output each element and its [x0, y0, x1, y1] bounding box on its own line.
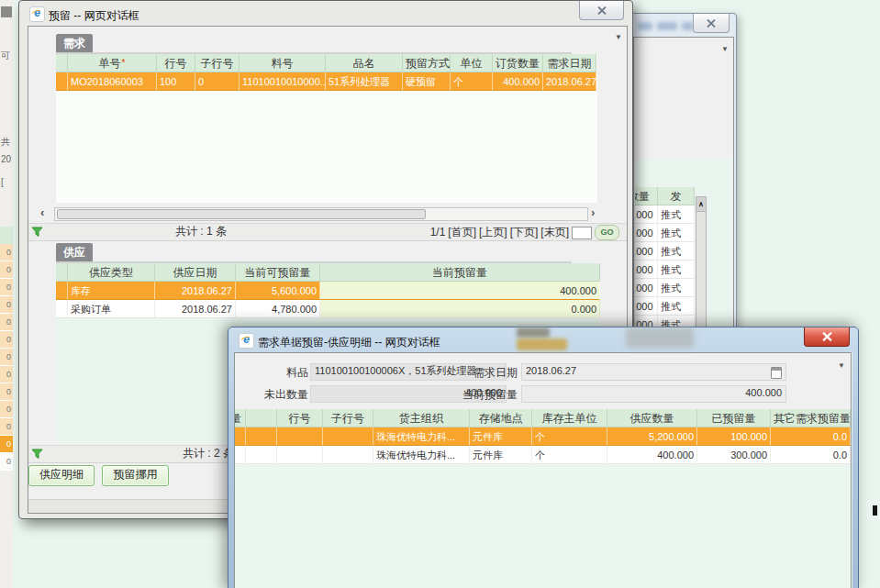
column-header[interactable]: 预留方式 [403, 54, 451, 72]
demand-date-label: 需求日期 [462, 365, 518, 381]
column-header[interactable]: 品名 [326, 54, 403, 72]
background-table-row: 0 [0, 261, 13, 279]
demand-date-field[interactable]: 2018.06.27 [521, 363, 786, 381]
column-header[interactable]: 单位 [451, 54, 493, 72]
background-fragment: 可 [1, 50, 10, 62]
required-marker: * [122, 58, 126, 68]
table-cell: 0.000 [320, 300, 600, 318]
column-header[interactable] [56, 263, 68, 282]
scrollbar-thumb[interactable] [57, 209, 426, 219]
column-header[interactable] [56, 54, 68, 72]
column-header[interactable]: 供应日期 [155, 263, 236, 282]
table-header-row: 量行号子行号货主组织存储地点库存主单位供应数量已预留量其它需求预留量 [235, 409, 851, 427]
close-icon[interactable] [693, 14, 730, 33]
table-row[interactable]: 1.000推式 [635, 261, 696, 279]
table-cell: 0 [195, 72, 239, 91]
column-header[interactable]: 货主组织 [373, 409, 470, 427]
table-row[interactable]: 1.000推式 [635, 242, 696, 261]
column-header[interactable]: 供应数量 [607, 409, 697, 427]
table-cell: 100.000 [697, 427, 771, 446]
table-row[interactable]: 采购订单2018.06.274,780.0000.000 [56, 300, 600, 318]
reservation-divert-button[interactable]: 预留挪用 [102, 465, 169, 486]
scroll-down-icon[interactable]: ▼ [615, 34, 622, 41]
column-header[interactable]: 已预留量 [697, 409, 771, 427]
table-header-row: 单号*行号子行号料号品名预留方式单位订货数量需求日期 [56, 54, 597, 72]
column-header[interactable]: 存储地点 [470, 409, 532, 427]
tab-supply[interactable]: 供应 [56, 243, 93, 261]
pagination-link[interactable]: [下页] [510, 225, 539, 240]
scroll-left-icon[interactable]: ‹ [40, 206, 44, 218]
table-cell [246, 427, 277, 446]
filter-funnel-icon[interactable] [31, 227, 43, 242]
table-row[interactable]: 1.000推式 [635, 224, 696, 242]
horizontal-scrollbar[interactable] [54, 207, 588, 221]
column-header[interactable]: 发 [658, 187, 695, 205]
scroll-down-icon[interactable]: ▼ [838, 362, 845, 370]
calendar-icon[interactable] [771, 367, 782, 379]
column-header[interactable]: 当前预留量 [320, 263, 600, 282]
table-cell: MO2018060003 [68, 72, 157, 91]
column-header[interactable]: 量 [235, 409, 246, 427]
column-header[interactable]: 当前可预留量 [236, 263, 320, 282]
column-header[interactable]: 其它需求预留量 [771, 409, 851, 427]
column-header[interactable]: 需求日期 [543, 54, 596, 72]
demand-date-value: 2018.06.27 [526, 365, 576, 376]
table-cell [56, 282, 68, 300]
background-table-row: 0 [0, 436, 13, 453]
pagination-link[interactable]: [末页] [540, 225, 569, 240]
column-header[interactable]: 行号 [157, 54, 195, 72]
table-row[interactable]: MO2018060003100011010010010000...51系列处理器… [56, 72, 597, 91]
reservation-dialog-titlebar[interactable]: e 预留 -- 网页对话框 [21, 3, 630, 25]
column-header[interactable] [246, 409, 277, 427]
text-cursor-mark [873, 505, 877, 516]
table-row[interactable]: 库存2018.06.275,600.000400.000 [56, 282, 600, 300]
current-reserved-field[interactable]: 400.000 [521, 385, 786, 403]
column-header[interactable]: 库存主单位 [532, 409, 607, 427]
page-indicator: 1/1 [430, 225, 446, 240]
table-cell: 推式 [658, 205, 695, 224]
table-row[interactable]: 1.000推式 [635, 205, 696, 224]
scroll-down-icon[interactable]: ▼ [721, 46, 729, 53]
page-number-input[interactable] [572, 227, 592, 239]
column-header[interactable]: 子行号 [195, 54, 239, 72]
column-header[interactable]: 单号* [68, 54, 157, 72]
table-row[interactable]: 珠海优特电力科...元件库个400.000300.0000.0 [235, 446, 851, 464]
demand-grid-footer: 共计 : 1 条 1/1 [首页][上页][下页][末页] GO [28, 223, 627, 241]
table-cell [56, 72, 68, 91]
dialog-title: 需求单据预留-供应明细 -- 网页对话框 [258, 335, 440, 350]
record-total: 共计 : 1 条 [175, 224, 227, 239]
column-header[interactable]: 供应类型 [68, 263, 155, 282]
filter-funnel-icon[interactable] [31, 449, 43, 464]
table-cell: 珠海优特电力科... [373, 427, 470, 446]
column-header[interactable]: 行号 [277, 409, 323, 427]
column-header[interactable]: 订货数量 [493, 54, 543, 72]
table-row[interactable]: 1.000推式 [635, 279, 696, 297]
go-button[interactable]: GO [595, 225, 619, 240]
close-icon[interactable] [804, 327, 850, 347]
background-table-row: 0 [0, 418, 13, 436]
dialog-title: 预留 -- 网页对话框 [49, 8, 139, 24]
table-cell: 0.0 [771, 427, 851, 446]
pagination-link[interactable]: [首页] [448, 225, 476, 240]
scroll-right-icon[interactable]: › [591, 206, 595, 218]
ie-browser-icon: e [239, 333, 254, 349]
tab-demand[interactable]: 需求 [56, 34, 93, 52]
table-cell: 推式 [658, 297, 695, 316]
scroll-up-icon[interactable]: ∧ [696, 197, 706, 212]
supply-detail-button[interactable]: 供应明细 [28, 465, 95, 486]
close-icon[interactable] [579, 1, 624, 20]
current-reserved-label: 当前预留量 [453, 387, 518, 403]
pagination-link[interactable]: [上页] [479, 225, 507, 240]
table-cell: 个 [532, 427, 607, 446]
column-header[interactable]: 数量 [635, 187, 658, 205]
ie-browser-icon: e [29, 6, 45, 22]
background-fragment [1, 6, 12, 17]
background-fragment: [ [1, 177, 4, 187]
table-row[interactable]: 珠海优特电力科...元件库个5,200.000100.0000.0 [235, 427, 851, 446]
table-cell [235, 427, 246, 446]
blurred-content [517, 327, 550, 338]
table-cell: 0.0 [771, 446, 851, 464]
column-header[interactable]: 子行号 [323, 409, 373, 427]
column-header[interactable]: 料号 [239, 54, 326, 72]
table-row[interactable]: 1.000推式 [635, 297, 696, 316]
